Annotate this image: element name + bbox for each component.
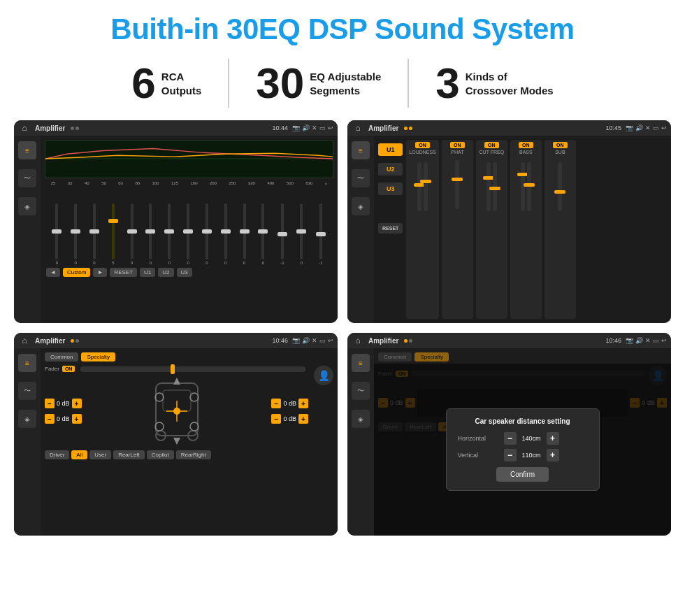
- user-btn[interactable]: User: [89, 450, 111, 459]
- eq-slider-13[interactable]: 0: [300, 203, 303, 265]
- back-icon-3[interactable]: ↩: [328, 337, 333, 344]
- vol-fr-minus[interactable]: −: [271, 399, 281, 408]
- bass-on[interactable]: ON: [519, 142, 533, 148]
- home-icon-1[interactable]: ⌂: [18, 122, 31, 134]
- vol-fl-minus[interactable]: −: [45, 399, 55, 408]
- sidebar-eq-icon-2[interactable]: ≡: [352, 141, 370, 159]
- eq-play-btn[interactable]: ►: [93, 268, 107, 277]
- vol-rr-minus[interactable]: −: [271, 414, 281, 424]
- phat-slider[interactable]: [455, 160, 459, 209]
- eq-slider-7[interactable]: 0: [187, 203, 189, 265]
- screen-content-3: Common Specialty Fader ON: [41, 348, 338, 536]
- fader-handle[interactable]: [171, 364, 175, 374]
- home-icon-2[interactable]: ⌂: [352, 122, 364, 134]
- eq-slider-6[interactable]: 0: [168, 203, 171, 265]
- eq-slider-12[interactable]: -1: [280, 203, 284, 265]
- vol-rr-plus[interactable]: +: [298, 414, 308, 424]
- home-icon-4[interactable]: ⌂: [352, 334, 364, 347]
- tab-common-4[interactable]: Common: [378, 352, 412, 361]
- eq-bottom-bar: ◄ Custom ► RESET U1 U2 U3: [45, 268, 333, 277]
- all-btn[interactable]: All: [71, 450, 87, 459]
- sub-slider[interactable]: [558, 162, 562, 211]
- vol-rr: − 0 dB +: [271, 414, 308, 424]
- u1-btn[interactable]: U1: [378, 143, 403, 156]
- status-icons-1: 📷 🔊 ✕ ▭ ↩: [292, 124, 333, 131]
- sidebar-vol-icon-4[interactable]: ◈: [352, 410, 370, 428]
- fader-track[interactable]: [80, 366, 305, 372]
- vol-fl-plus[interactable]: +: [72, 399, 82, 408]
- copilot-btn[interactable]: Copilot: [147, 450, 174, 459]
- eq-slider-5[interactable]: 0: [149, 203, 152, 265]
- fader-label: Fader: [45, 366, 59, 372]
- sidebar-wave-icon-4[interactable]: 〜: [352, 382, 370, 400]
- stat-label-crossover-line1: Kinds of: [466, 70, 554, 84]
- sidebar-vol-icon-3[interactable]: ◈: [18, 410, 36, 428]
- vol-fr-plus[interactable]: +: [298, 399, 308, 408]
- fader-on-badge[interactable]: ON: [62, 366, 75, 372]
- cutfreq-on[interactable]: ON: [484, 142, 499, 148]
- eq-slider-0[interactable]: 0: [55, 203, 58, 265]
- eq-reset-btn[interactable]: RESET: [110, 268, 137, 277]
- home-icon-3[interactable]: ⌂: [18, 334, 31, 347]
- eq-u3-btn[interactable]: U3: [177, 268, 192, 277]
- phat-on[interactable]: ON: [450, 142, 465, 148]
- confirm-button[interactable]: Confirm: [496, 467, 549, 482]
- tab-specialty-3[interactable]: Specialty: [81, 352, 115, 361]
- eq-custom-btn[interactable]: Custom: [63, 268, 91, 277]
- back-icon-2[interactable]: ↩: [661, 124, 667, 131]
- reset-btn[interactable]: RESET: [378, 223, 403, 234]
- sidebar-eq-icon[interactable]: ≡: [18, 141, 36, 159]
- sidebar-wave-icon[interactable]: 〜: [18, 169, 36, 187]
- vertical-minus[interactable]: −: [504, 449, 517, 461]
- eq-prev-btn[interactable]: ◄: [46, 268, 60, 277]
- eq-slider-2[interactable]: 0: [93, 203, 96, 265]
- tab-row-3: Common Specialty: [45, 352, 333, 361]
- driver-btn[interactable]: Driver: [45, 450, 69, 459]
- sidebar-eq-icon-3[interactable]: ≡: [18, 354, 36, 372]
- u2-btn[interactable]: U2: [378, 163, 403, 176]
- screen-fader: ⌂ Amplifier 10:46 📷 🔊 ✕ ▭ ↩ ≡ 〜: [14, 333, 338, 536]
- eq-slider-9[interactable]: 0: [224, 203, 227, 265]
- bass-slider2[interactable]: [527, 162, 531, 211]
- status-bar-3: ⌂ Amplifier 10:46 📷 🔊 ✕ ▭ ↩: [14, 333, 338, 348]
- sidebar-vol-icon-2[interactable]: ◈: [352, 197, 370, 215]
- horizontal-stepper: − 140cm +: [504, 432, 559, 445]
- rear-left-btn[interactable]: RearLeft: [113, 450, 145, 459]
- rear-right-btn[interactable]: RearRight: [176, 450, 211, 459]
- sidebar-wave-icon-2[interactable]: 〜: [352, 169, 370, 187]
- sidebar-vol-icon[interactable]: ◈: [18, 197, 36, 215]
- vertical-plus[interactable]: +: [547, 449, 559, 461]
- eq-slider-11[interactable]: 0: [261, 203, 264, 265]
- volume-icon-3: 🔊: [302, 337, 310, 344]
- back-icon-1[interactable]: ↩: [328, 124, 333, 131]
- eq-sliders: 0 0 0 5: [45, 188, 333, 265]
- eq-slider-4[interactable]: 0: [131, 203, 134, 265]
- eq-u1-btn[interactable]: U1: [140, 268, 155, 277]
- cutfreq-slider2[interactable]: [493, 162, 497, 211]
- eq-u2-btn[interactable]: U2: [158, 268, 173, 277]
- horizontal-plus[interactable]: +: [547, 432, 559, 445]
- loudness-slider1[interactable]: [417, 162, 421, 211]
- floor-buttons: Driver All User RearLeft Copilot RearRig…: [45, 450, 333, 459]
- back-icon-4[interactable]: ↩: [661, 337, 667, 344]
- sidebar-eq-icon-4[interactable]: ≡: [352, 354, 370, 372]
- bass-slider1[interactable]: [521, 162, 525, 211]
- sidebar-wave-icon-3[interactable]: 〜: [18, 382, 36, 400]
- loudness-slider2[interactable]: [424, 162, 428, 211]
- camera-icon-3: 📷: [292, 337, 300, 344]
- sub-on[interactable]: ON: [553, 142, 568, 148]
- eq-slider-8[interactable]: 0: [206, 203, 208, 265]
- screen3-title: Amplifier: [35, 337, 65, 345]
- tab-common-3[interactable]: Common: [45, 352, 78, 361]
- u3-btn[interactable]: U3: [378, 182, 403, 195]
- eq-slider-3[interactable]: 5: [112, 203, 115, 265]
- loudness-on[interactable]: ON: [415, 142, 430, 148]
- vol-rl-plus[interactable]: +: [72, 414, 82, 424]
- u-buttons-col: U1 U2 U3 RESET: [378, 140, 403, 319]
- horizontal-minus[interactable]: −: [504, 432, 517, 445]
- eq-slider-10[interactable]: 0: [243, 203, 246, 265]
- eq-slider-1[interactable]: 0: [74, 203, 77, 265]
- tab-specialty-4[interactable]: Specialty: [414, 352, 448, 361]
- vol-rl-minus[interactable]: −: [45, 414, 55, 424]
- eq-slider-14[interactable]: -1: [319, 203, 322, 265]
